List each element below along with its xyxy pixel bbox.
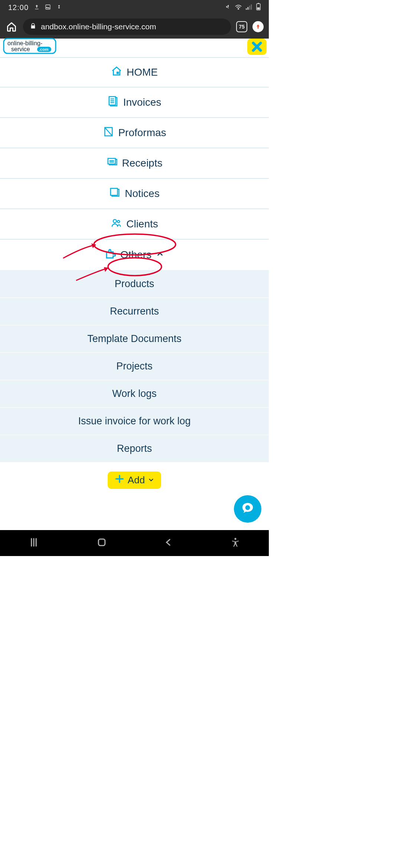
- svg-rect-6: [249, 6, 250, 10]
- clients-icon: [111, 217, 122, 231]
- plus-icon: [114, 474, 125, 487]
- sub-item-reports[interactable]: Reports: [0, 435, 269, 462]
- svg-point-33: [117, 220, 120, 223]
- notices-icon: [109, 187, 120, 201]
- sub-item-template-documents[interactable]: Template Documents: [0, 325, 269, 352]
- browser-home-button[interactable]: [5, 20, 18, 33]
- lock-icon: [30, 22, 36, 31]
- tab-count-button[interactable]: 75: [236, 21, 247, 32]
- android-recent-icon[interactable]: [28, 537, 39, 549]
- sub-item-products[interactable]: Products: [0, 270, 269, 297]
- svg-text:.com: .com: [39, 47, 49, 52]
- menu-item-label: Notices: [125, 188, 159, 200]
- sub-item-label: Projects: [116, 361, 153, 372]
- svg-point-32: [113, 219, 117, 223]
- puzzle-icon: [105, 248, 116, 262]
- svg-rect-5: [248, 7, 249, 10]
- add-label: Add: [128, 474, 145, 486]
- extension-badge[interactable]: [252, 21, 264, 32]
- svg-rect-31: [111, 188, 118, 195]
- svg-point-1: [58, 5, 60, 6]
- menu-item-invoices[interactable]: Invoices: [0, 88, 269, 118]
- menu-item-proformas[interactable]: Proformas: [0, 118, 269, 148]
- add-button[interactable]: Add: [108, 471, 161, 489]
- android-home-icon[interactable]: [96, 537, 107, 549]
- sub-item-label: Recurrents: [110, 306, 159, 317]
- svg-rect-7: [251, 4, 252, 9]
- menu-item-clients[interactable]: Clients: [0, 209, 269, 240]
- menu-item-label: HOME: [127, 66, 158, 78]
- address-bar[interactable]: andbox.online-billing-service.com: [23, 19, 231, 35]
- svg-line-25: [105, 127, 113, 136]
- status-clock: 12:00: [8, 3, 29, 12]
- menu-item-label: Clients: [126, 218, 158, 230]
- chevron-up-icon: [156, 249, 164, 261]
- signal-icon: [246, 3, 252, 12]
- vibrate-mute-icon: [224, 3, 231, 12]
- page-content: online-billing- service .com HOME Invoic…: [0, 39, 269, 556]
- sub-item-label: Template Documents: [87, 333, 182, 345]
- android-back-icon[interactable]: [164, 537, 173, 549]
- add-row: Add: [0, 462, 269, 498]
- wifi-icon: [235, 3, 242, 12]
- main-menu: HOME Invoices Proformas Receipts Notices: [0, 57, 269, 498]
- menu-item-label: Invoices: [123, 96, 162, 108]
- sub-item-label: Issue invoice for work log: [78, 415, 190, 427]
- browser-toolbar: andbox.online-billing-service.com 75: [0, 15, 269, 39]
- svg-line-2: [225, 4, 230, 9]
- tab-count-number: 75: [239, 24, 245, 30]
- home-icon: [111, 66, 122, 79]
- menu-item-label: Others: [120, 249, 151, 261]
- menu-item-receipts[interactable]: Receipts: [0, 148, 269, 179]
- chat-fab[interactable]: [234, 495, 261, 523]
- svg-rect-44: [98, 539, 105, 546]
- app-header: online-billing- service .com: [0, 39, 269, 57]
- svg-point-45: [234, 538, 236, 540]
- sub-item-recurrents[interactable]: Recurrents: [0, 297, 269, 325]
- menu-item-notices[interactable]: Notices: [0, 179, 269, 209]
- sub-item-work-logs[interactable]: Work logs: [0, 380, 269, 407]
- svg-point-36: [245, 505, 250, 510]
- chat-icon: [241, 501, 255, 517]
- android-status-bar: 12:00: [0, 0, 269, 15]
- proformas-icon: [102, 126, 114, 140]
- svg-rect-0: [46, 5, 50, 9]
- menu-item-label: Receipts: [122, 157, 163, 169]
- chevron-down-icon: [148, 474, 154, 486]
- close-menu-button[interactable]: [247, 39, 267, 55]
- others-submenu: Products Recurrents Template Documents P…: [0, 270, 269, 462]
- svg-rect-18: [117, 72, 118, 73]
- download-person-icon: [56, 3, 62, 12]
- menu-item-label: Proformas: [118, 127, 166, 139]
- svg-text:online-billing-: online-billing-: [7, 40, 42, 46]
- sub-item-projects[interactable]: Projects: [0, 352, 269, 380]
- svg-point-3: [238, 8, 239, 9]
- menu-item-home[interactable]: HOME: [0, 57, 269, 88]
- battery-icon: [256, 3, 261, 12]
- invoices-icon: [108, 96, 119, 109]
- sub-item-issue-invoice[interactable]: Issue invoice for work log: [0, 407, 269, 435]
- svg-rect-9: [258, 3, 259, 4]
- menu-item-others[interactable]: Others: [0, 240, 269, 270]
- upload-icon: [34, 3, 40, 12]
- image-icon: [45, 3, 51, 12]
- receipts-icon: [107, 157, 118, 170]
- svg-text:service: service: [11, 46, 30, 52]
- sub-item-label: Reports: [117, 443, 152, 454]
- android-accessibility-icon[interactable]: [230, 537, 241, 549]
- app-logo[interactable]: online-billing- service .com: [3, 38, 59, 58]
- android-nav-bar: [0, 530, 269, 556]
- address-url: andbox.online-billing-service.com: [41, 22, 156, 31]
- sub-item-label: Products: [115, 278, 154, 290]
- svg-rect-10: [257, 7, 260, 10]
- svg-rect-4: [246, 8, 247, 10]
- sub-item-label: Work logs: [112, 388, 157, 400]
